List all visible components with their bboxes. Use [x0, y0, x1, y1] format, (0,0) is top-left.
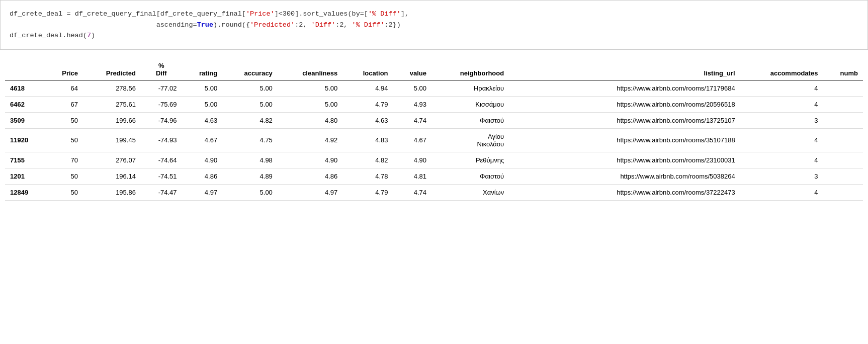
cell-Predicted: 195.86 — [83, 184, 141, 200]
code-line-1: df_crete_deal = df_crete_query_final[df_… — [10, 9, 858, 20]
cell-accuracy: 5.00 — [222, 184, 278, 200]
cell-location: 4.63 — [342, 112, 393, 128]
cell-accommodates: 4 — [740, 80, 823, 96]
code-line-3: df_crete_deal.head(7) — [10, 30, 858, 41]
cell-listing_url: https://www.airbnb.com/rooms/37222473 — [509, 184, 740, 200]
cell-value: 5.00 — [393, 80, 431, 96]
cell-cleanliness: 5.00 — [278, 96, 342, 112]
cell-numb — [823, 184, 863, 200]
col-header-numb: numb — [823, 59, 863, 80]
cell-Price: 50 — [46, 112, 83, 128]
cell-index: 6462 — [5, 96, 46, 112]
cell-numb — [823, 80, 863, 96]
table-header-row: Price Predicted %Diff rating accuracy cl… — [5, 59, 863, 80]
col-header-cleanliness: cleanliness — [278, 59, 342, 80]
cell-cleanliness: 4.80 — [278, 112, 342, 128]
cell-rating: 4.63 — [182, 112, 223, 128]
code-cell: df_crete_deal = df_crete_query_final[df_… — [0, 0, 868, 50]
cell-location: 4.94 — [342, 80, 393, 96]
col-header-index — [5, 59, 46, 80]
col-header-pct-diff: %Diff — [141, 59, 182, 80]
cell-rating: 4.90 — [182, 152, 223, 168]
cell-index: 11920 — [5, 128, 46, 152]
cell-listing_url: https://www.airbnb.com/rooms/5038264 — [509, 168, 740, 184]
table-row: 350950199.66-74.964.634.824.804.634.74Φα… — [5, 112, 863, 128]
cell-Price: 50 — [46, 184, 83, 200]
col-header-price: Price — [46, 59, 83, 80]
cell-value: 4.93 — [393, 96, 431, 112]
cell-neighborhood: Φαιστού — [431, 112, 509, 128]
cell-value: 4.74 — [393, 112, 431, 128]
cell-accuracy: 4.82 — [222, 112, 278, 128]
cell-Predicted: 199.45 — [83, 128, 141, 152]
cell-cleanliness: 5.00 — [278, 80, 342, 96]
cell-accommodates: 4 — [740, 96, 823, 112]
cell-Price: 50 — [46, 168, 83, 184]
col-header-location: location — [342, 59, 393, 80]
cell-listing_url: https://www.airbnb.com/rooms/35107188 — [509, 128, 740, 152]
cell-cleanliness: 4.92 — [278, 128, 342, 152]
data-table-section: Price Predicted %Diff rating accuracy cl… — [0, 50, 868, 206]
cell-rating: 4.86 — [182, 168, 223, 184]
cell-Price: 67 — [46, 96, 83, 112]
cell-rating: 4.67 — [182, 128, 223, 152]
col-header-neighborhood: neighborhood — [431, 59, 509, 80]
cell-index: 3509 — [5, 112, 46, 128]
table-row: 1284950195.86-74.474.975.004.974.794.74Χ… — [5, 184, 863, 200]
cell-value: 4.90 — [393, 152, 431, 168]
cell-index: 1201 — [5, 168, 46, 184]
cell-value: 4.67 — [393, 128, 431, 152]
cell-Price: 70 — [46, 152, 83, 168]
cell-Predicted: 278.56 — [83, 80, 141, 96]
cell-accommodates: 3 — [740, 112, 823, 128]
cell-neighborhood: Κισσάμου — [431, 96, 509, 112]
cell-neighborhood: Φαιστού — [431, 168, 509, 184]
col-header-predicted: Predicted — [83, 59, 141, 80]
table-row: 715570276.07-74.644.904.984.904.824.90Ρε… — [5, 152, 863, 168]
cell-index: 12849 — [5, 184, 46, 200]
cell-cleanliness: 4.86 — [278, 168, 342, 184]
cell-value: 4.81 — [393, 168, 431, 184]
cell-neighborhood: Ρεθύμνης — [431, 152, 509, 168]
col-header-accuracy: accuracy — [222, 59, 278, 80]
cell-listing_url: https://www.airbnb.com/rooms/20596518 — [509, 96, 740, 112]
cell-accommodates: 4 — [740, 184, 823, 200]
cell-Predicted: 275.61 — [83, 96, 141, 112]
cell-listing_url: https://www.airbnb.com/rooms/13725107 — [509, 112, 740, 128]
cell-numb — [823, 152, 863, 168]
cell-PercentDiff: -74.96 — [141, 112, 182, 128]
cell-Price: 64 — [46, 80, 83, 96]
code-line-2: ascending=True).round({'Predicted':2, 'D… — [10, 20, 858, 31]
cell-rating: 5.00 — [182, 96, 223, 112]
col-header-accommodates: accommodates — [740, 59, 823, 80]
cell-accuracy: 4.98 — [222, 152, 278, 168]
cell-accommodates: 3 — [740, 168, 823, 184]
cell-PercentDiff: -74.64 — [141, 152, 182, 168]
cell-PercentDiff: -74.93 — [141, 128, 182, 152]
cell-location: 4.79 — [342, 184, 393, 200]
cell-accuracy: 4.75 — [222, 128, 278, 152]
cell-rating: 4.97 — [182, 184, 223, 200]
cell-PercentDiff: -77.02 — [141, 80, 182, 96]
cell-index: 7155 — [5, 152, 46, 168]
cell-cleanliness: 4.90 — [278, 152, 342, 168]
table-row: 1192050199.45-74.934.674.754.924.834.67Α… — [5, 128, 863, 152]
cell-location: 4.79 — [342, 96, 393, 112]
cell-numb — [823, 168, 863, 184]
table-body: 461864278.56-77.025.005.005.004.945.00Ηρ… — [5, 80, 863, 200]
cell-listing_url: https://www.airbnb.com/rooms/23100031 — [509, 152, 740, 168]
cell-Predicted: 276.07 — [83, 152, 141, 168]
col-header-value: value — [393, 59, 431, 80]
cell-neighborhood: Χανίων — [431, 184, 509, 200]
cell-Predicted: 199.66 — [83, 112, 141, 128]
cell-numb — [823, 112, 863, 128]
cell-Price: 50 — [46, 128, 83, 152]
table-row: 646267275.61-75.695.005.005.004.794.93Κι… — [5, 96, 863, 112]
cell-listing_url: https://www.airbnb.com/rooms/17179684 — [509, 80, 740, 96]
cell-index: 4618 — [5, 80, 46, 96]
cell-PercentDiff: -75.69 — [141, 96, 182, 112]
cell-value: 4.74 — [393, 184, 431, 200]
data-table: Price Predicted %Diff rating accuracy cl… — [5, 59, 863, 201]
cell-location: 4.83 — [342, 128, 393, 152]
table-row: 461864278.56-77.025.005.005.004.945.00Ηρ… — [5, 80, 863, 96]
